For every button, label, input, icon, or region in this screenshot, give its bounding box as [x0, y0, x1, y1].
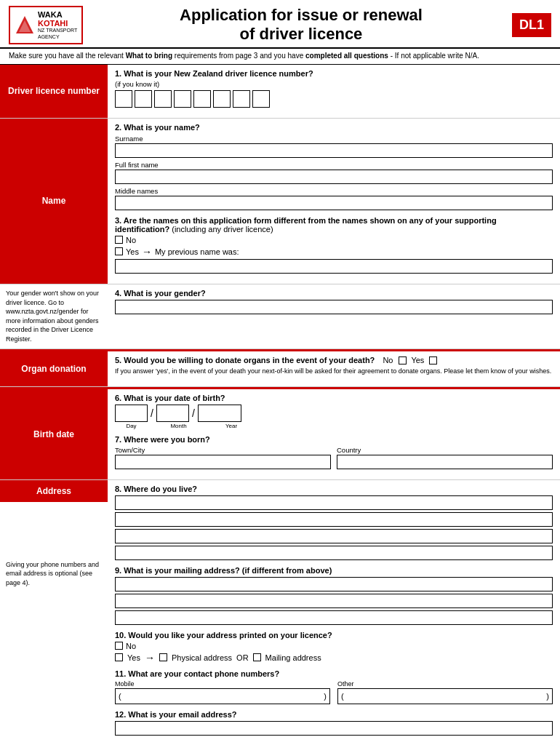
address-line-2[interactable]: [115, 512, 553, 527]
other-group: Other ( ): [337, 680, 553, 704]
mobile-field[interactable]: [123, 692, 323, 701]
middlenames-label: Middle names: [115, 187, 553, 195]
section-label-birth: Birth date: [0, 389, 108, 479]
licence-box-6[interactable]: [213, 90, 231, 108]
logo-area: WAKA KOTAHI NZ TRANSPORT AGENCY: [9, 6, 96, 44]
licence-box-3[interactable]: [154, 90, 172, 108]
middlenames-input[interactable]: [115, 196, 553, 210]
dob-year-label: Year: [209, 423, 253, 429]
country-field: Country: [337, 446, 553, 469]
question-11: 11. What are your contact phone numbers?…: [115, 669, 553, 704]
section-address: Address Giving your phone numbers and em…: [0, 480, 560, 745]
section-content-driver-licence: 1. What is your New Zealand driver licen…: [108, 65, 560, 118]
section-content-gender: 4. What is your gender?: [108, 284, 560, 348]
dob-year-box[interactable]: [198, 405, 241, 422]
town-field: Town/City: [115, 446, 331, 469]
licence-box-7[interactable]: [233, 90, 250, 108]
main-title: Application for issue or renewal of driv…: [96, 6, 506, 44]
address-line-1[interactable]: [115, 495, 553, 510]
mailing-line-1[interactable]: [115, 577, 553, 591]
address-line-3[interactable]: [115, 529, 553, 543]
licence-number-boxes: [115, 90, 553, 108]
other-open-paren: (: [341, 692, 344, 701]
q9-title: 9. What is your mailing address? (if dif…: [115, 566, 553, 575]
header-title: Application for issue or renewal of driv…: [96, 6, 506, 44]
dob-day-box[interactable]: [115, 405, 148, 422]
other-field[interactable]: [345, 692, 545, 701]
mobile-input[interactable]: ( ): [115, 688, 330, 704]
q10-yes-checkbox[interactable]: [115, 653, 123, 661]
q11-title: 11. What are your contact phone numbers?: [115, 669, 553, 678]
physical-checkbox[interactable]: [159, 653, 167, 661]
organ-no-checkbox[interactable]: [399, 356, 407, 364]
physical-label: Physical address: [172, 653, 232, 662]
organ-yes-checkbox[interactable]: [429, 356, 437, 364]
q7-title: 7. Where were you born?: [115, 435, 553, 444]
section-label-organ: Organ donation: [0, 351, 108, 386]
prev-name-label: My previous name was:: [155, 247, 239, 256]
logo-kotahi: KOTAHI: [38, 19, 77, 28]
section-content-organ: 5. Would you be willing to donate organs…: [108, 351, 560, 386]
licence-box-8[interactable]: [252, 90, 270, 108]
mailing-line-3[interactable]: [115, 610, 553, 625]
other-close-paren: ): [546, 692, 549, 701]
dob-container: / /: [115, 405, 553, 422]
email-input[interactable]: [115, 721, 553, 736]
dob-labels: Day Month Year: [115, 423, 553, 429]
section-label-name: Name: [0, 119, 108, 284]
dob-month-box[interactable]: [156, 405, 189, 422]
logo-waka: WAKA: [38, 10, 77, 19]
address-line-4[interactable]: [115, 546, 553, 560]
other-label: Other: [337, 680, 553, 688]
surname-input[interactable]: [115, 143, 553, 158]
waka-kotahi-logo-icon: [15, 15, 35, 35]
firstname-label: Full first name: [115, 161, 553, 169]
q10-no-checkbox[interactable]: [115, 642, 123, 650]
arrow-icon-2: →: [145, 652, 155, 664]
q2-title: 2. What is your name?: [115, 123, 553, 132]
mobile-open-paren: (: [119, 692, 121, 701]
question-2: 2. What is your name? Surname Full first…: [115, 123, 553, 210]
section-birth-date: Birth date 6. What is your date of birth…: [0, 389, 560, 480]
q8-title: 8. Where do you live?: [115, 485, 553, 493]
licence-box-4[interactable]: [174, 90, 191, 108]
prev-name-input[interactable]: [115, 259, 553, 274]
licence-box-5[interactable]: [193, 90, 211, 108]
country-input[interactable]: [337, 455, 553, 469]
mailing-label: Mailing address: [265, 653, 321, 662]
completed-label: completed all questions: [305, 52, 388, 60]
question-10: 10. Would you like your address printed …: [115, 631, 553, 664]
question-8: 8. Where do you live?: [115, 485, 553, 560]
q1-subtitle: (if you know it): [115, 80, 553, 88]
q10-title: 10. Would you like your address printed …: [115, 631, 553, 640]
q1-num: 1.: [115, 69, 124, 78]
q8-address-lines: [115, 495, 553, 560]
q10-no-row: No: [115, 642, 553, 650]
q3-yes-checkbox[interactable]: [115, 247, 123, 255]
q3-no-checkbox[interactable]: [115, 236, 123, 244]
arrow-icon: →: [142, 246, 152, 258]
town-input[interactable]: [115, 455, 331, 469]
address-left: Address Giving your phone numbers and em…: [0, 480, 108, 592]
q4-title: 4. What is your gender?: [115, 289, 553, 298]
q10-yes-label: Yes: [127, 653, 140, 662]
licence-box-2[interactable]: [135, 90, 152, 108]
q5-title: 5. Would you be willing to donate organs…: [115, 356, 553, 365]
firstname-input[interactable]: [115, 170, 553, 184]
town-label: Town/City: [115, 446, 331, 454]
phone-row: Mobile ( ) Other (: [115, 680, 553, 704]
q5-note: If you answer 'yes', in the event of you…: [115, 367, 553, 376]
question-5: 5. Would you be willing to donate organs…: [115, 356, 553, 376]
licence-box-1[interactable]: [115, 90, 132, 108]
mailing-checkbox[interactable]: [253, 653, 261, 661]
other-input[interactable]: ( ): [337, 688, 553, 704]
question-7: 7. Where were you born? Town/City Countr…: [115, 435, 553, 469]
mailing-line-2[interactable]: [115, 594, 553, 608]
page-container: WAKA KOTAHI NZ TRANSPORT AGENCY Applicat…: [0, 0, 560, 745]
gender-input[interactable]: [115, 300, 553, 314]
address-side-note: Giving your phone numbers and email addr…: [0, 502, 108, 592]
section-label-driver-licence: Driver licence number: [0, 65, 108, 118]
section-content-birth: 6. What is your date of birth? / / Day M…: [108, 389, 560, 479]
section-name: Name 2. What is your name? Surname Full …: [0, 119, 560, 284]
q3-title: 3. Are the names on this application for…: [115, 216, 553, 234]
